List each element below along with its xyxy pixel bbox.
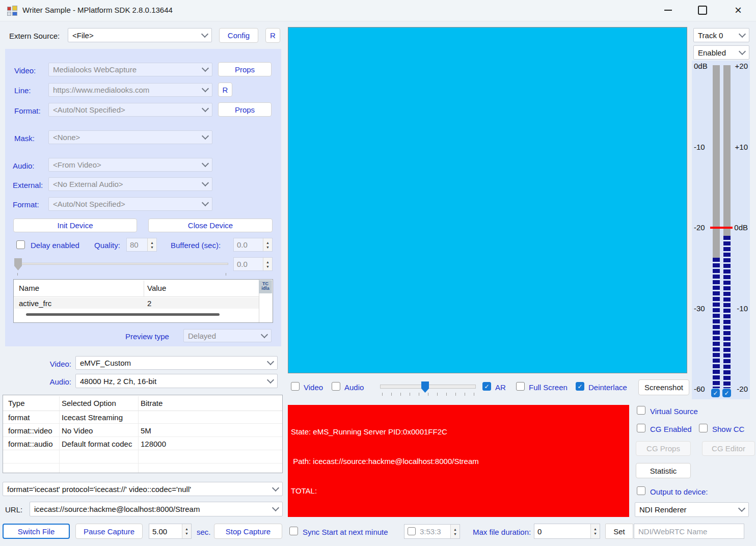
ndi-name-input[interactable] [634,524,744,539]
video-props-button[interactable]: Props [218,62,272,76]
encoder-video-select[interactable]: eMVF_Custom [75,356,278,370]
slider-tick [226,273,226,276]
encoder-options-table[interactable]: Type Selected Option Bitrate format Icec… [3,395,283,473]
show-cc-checkbox[interactable] [699,424,708,432]
quality-stepper[interactable]: 80 ▲▼ [126,238,157,252]
sync-time-stepper[interactable]: 3:53:3 ▲▼ [404,524,460,539]
full-screen-checkbox[interactable] [516,382,525,391]
preview-type-select[interactable]: Delayed [183,329,272,342]
delay-enabled-checkbox[interactable] [16,240,25,249]
device-props-table[interactable]: Name Value TCidla active_frc 2 [13,279,273,323]
meter-right-channel-checkbox[interactable] [722,389,731,397]
init-device-button[interactable]: Init Device [13,219,137,232]
track-select[interactable]: Track 0 [693,28,749,42]
cg-enabled-label: CG Enabled [650,425,692,433]
pause-capture-button[interactable]: Pause Capture [75,524,143,539]
minimize-button[interactable] [657,0,679,20]
table-row[interactable] [3,451,282,463]
virtual-source-checkbox[interactable] [637,406,645,415]
spinner-arrows-icon[interactable]: ▲▼ [263,238,272,251]
scale-label: -60 [694,385,705,393]
chevron-down-icon [202,199,209,206]
spinner-arrows-icon[interactable]: ▲▼ [147,238,156,251]
spinner-arrows-icon[interactable]: ▲▼ [263,258,272,270]
renderer-select[interactable]: NDI Renderer [635,502,749,517]
type-cell: format::video [8,426,52,435]
video-checkbox[interactable] [291,382,300,391]
format-props-button[interactable]: Props [218,102,272,117]
scale-label: +20 [735,62,748,70]
mask-label: Mask: [14,134,35,143]
set-button[interactable]: Set [605,524,633,539]
horizontal-scrollbar[interactable] [26,313,220,316]
max-duration-stepper[interactable]: 0 ▲▼ [534,524,600,539]
interval-value: 5.00 [149,524,182,538]
audio-format-label: Format: [13,200,39,209]
ar-label: AR [495,383,506,392]
deinterlace-checkbox[interactable] [576,382,584,391]
delay-value-stepper[interactable]: 0.0 ▲▼ [233,257,273,271]
format-select[interactable]: <Auto/Not Specified> [48,103,212,117]
mask-select[interactable]: <None> [48,130,212,144]
config-button[interactable]: Config [219,28,258,43]
output-to-device-checkbox[interactable] [637,486,645,495]
maximize-button[interactable] [691,0,714,20]
audio-source-select[interactable]: <From Video> [48,158,212,172]
table-row[interactable]: format::audio Default format codec 12800… [3,438,282,450]
refresh-button[interactable]: R [265,28,280,43]
spinner-arrows-icon[interactable]: ▲▼ [450,525,460,538]
spinner-arrows-icon[interactable]: ▲▼ [182,524,191,538]
column-header: Selected Option [62,399,116,407]
switch-file-button[interactable]: Switch File [3,524,70,539]
ar-checkbox[interactable] [482,382,491,391]
encoder-audio-select[interactable]: 48000 Hz, 2 Ch, 16-bit [75,374,278,388]
line-value: https://www.medialooks.com [53,86,149,94]
url-label: URL: [5,505,22,514]
close-device-button[interactable]: Close Device [148,219,273,232]
extern-source-select[interactable]: <File> [68,28,212,42]
extern-source-value: <File> [72,31,94,40]
url-select[interactable]: icecast://source:hackme@localhost:8000/S… [30,502,283,516]
video-device-select[interactable]: Medialooks WebCapture [48,63,212,76]
spinner-arrows-icon[interactable]: ▲▼ [590,524,600,538]
screenshot-button[interactable]: Screenshot [638,379,689,395]
interval-stepper[interactable]: 5.00 ▲▼ [149,524,192,539]
sync-start-checkbox[interactable] [289,527,298,535]
meter-level [713,258,720,388]
extern-source-label: Extern Source: [9,32,60,40]
scale-label: -10 [737,304,748,313]
meter-left-channel-checkbox[interactable] [711,389,720,397]
status-line: Buffers:1 Frames:80 Fps:30.367 Dropped: … [291,515,629,517]
bitrate-cell: 128000 [141,440,166,448]
stop-capture-button[interactable]: Stop Capture [214,524,282,539]
external-audio-value: <No External Audio> [53,180,123,188]
audio-format-select[interactable]: <Auto/Not Specified> [48,197,212,211]
table-row[interactable]: format Icecast Streaming [3,411,282,424]
table-row[interactable]: format::video No Video 5M [3,424,282,437]
statistic-button[interactable]: Statistic [636,463,691,478]
url-value: icecast://source:hackme@localhost:8000/S… [34,505,200,513]
line-refresh-button[interactable]: R [218,83,232,97]
sync-time-checkbox[interactable] [408,527,416,535]
status-line: Path: icecast://source:hackme@localhost:… [291,456,629,466]
sec-label: sec. [197,528,211,536]
header-divider [14,296,259,297]
format-label: Format: [14,106,41,115]
delay-slider-track[interactable] [14,263,228,265]
format-string-select[interactable]: format='icecast' protocol='icecast://' v… [3,482,283,496]
option-cell: Default format codec [62,440,132,448]
volume-slider-thumb[interactable] [421,381,429,393]
audio-checkbox[interactable] [332,382,340,391]
external-label: External: [13,181,43,189]
track-enabled-select[interactable]: Enabled [693,45,749,60]
video-preview[interactable] [288,27,687,373]
option-cell: No Video [62,426,93,435]
table-row[interactable]: active_frc 2 [14,297,259,309]
cg-enabled-checkbox[interactable] [637,424,645,432]
full-screen-label: Full Screen [529,383,568,392]
chevron-down-icon [202,179,209,186]
buffered-stepper[interactable]: 0.0 ▲▼ [233,238,273,252]
line-select[interactable]: https://www.medialooks.com [48,83,212,97]
external-audio-select[interactable]: <No External Audio> [48,177,212,191]
close-button[interactable]: × [727,0,749,20]
